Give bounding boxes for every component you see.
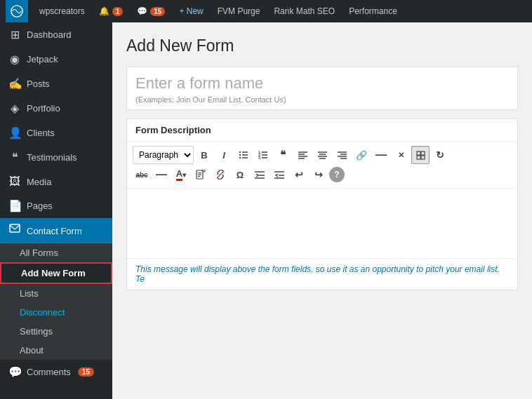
disconnect-label: Disconnect bbox=[20, 307, 65, 318]
add-new-form-label: Add New Form bbox=[21, 268, 86, 278]
unordered-list-button[interactable] bbox=[234, 146, 253, 164]
toolbar-row-2: abc — A ▾ Ω bbox=[133, 165, 512, 184]
pages-icon: 📄 bbox=[8, 199, 21, 212]
svg-rect-27 bbox=[421, 151, 425, 155]
sidebar-item-contact-form[interactable]: Contact Form bbox=[0, 218, 112, 243]
content-area: Add New Form (Examples: Join Our Email L… bbox=[112, 22, 532, 399]
sidebar-label-media: Media bbox=[27, 177, 51, 187]
sidebar-item-comments[interactable]: 💬 Comments 15 bbox=[0, 360, 112, 384]
sidebar-item-dashboard[interactable]: ⊞ Dashboard bbox=[0, 22, 112, 47]
comments-icon: 💬 bbox=[8, 365, 21, 379]
paste-from-word-button[interactable] bbox=[192, 165, 210, 184]
media-icon: 🖼 bbox=[8, 175, 21, 188]
about-label: About bbox=[20, 345, 44, 356]
sidebar-item-pages[interactable]: 📄 Pages bbox=[0, 194, 112, 218]
svg-point-4 bbox=[239, 154, 241, 156]
portfolio-icon: ◈ bbox=[8, 102, 21, 115]
form-name-hint: (Examples: Join Our Email List, Contact … bbox=[127, 95, 517, 109]
blockquote-button[interactable]: ❝ bbox=[274, 146, 292, 164]
text-color-button[interactable]: A ▾ bbox=[172, 165, 190, 184]
svg-rect-33 bbox=[198, 176, 200, 177]
sidebar-label-portfolio: Portfolio bbox=[27, 103, 60, 114]
sidebar-submenu-add-new-form[interactable]: Add New Form bbox=[0, 262, 112, 284]
fvm-purge[interactable]: FVM Purge bbox=[212, 0, 266, 22]
undo-button[interactable]: ↩ bbox=[290, 165, 308, 184]
jetpack-icon: ◉ bbox=[8, 53, 21, 66]
align-center-button[interactable] bbox=[313, 146, 331, 164]
sidebar-label-posts: Posts bbox=[27, 79, 50, 89]
indent-button[interactable] bbox=[251, 165, 269, 184]
dashboard-icon: ⊞ bbox=[8, 28, 21, 41]
sidebar-item-media[interactable]: 🖼 Media bbox=[0, 170, 112, 194]
svg-rect-28 bbox=[417, 156, 420, 159]
sidebar-submenu-settings[interactable]: Settings bbox=[0, 322, 112, 341]
sidebar-submenu-disconnect[interactable]: Disconnect bbox=[0, 303, 112, 322]
form-name-input[interactable] bbox=[127, 67, 517, 95]
svg-rect-26 bbox=[417, 151, 420, 155]
admin-bar: wpscreators 🔔 1 💬 15 + New FVM Purge Ran… bbox=[0, 0, 532, 22]
testimonials-icon: ❝ bbox=[8, 151, 21, 164]
svg-rect-29 bbox=[421, 156, 425, 159]
settings-label: Settings bbox=[20, 326, 53, 337]
description-label: Form Description bbox=[135, 125, 211, 135]
site-name[interactable]: wpscreators bbox=[34, 0, 91, 22]
editor-toolbar: Paragraph Heading 1 Heading 2 B I 1.2.3.… bbox=[127, 142, 517, 184]
paragraph-select[interactable]: Paragraph Heading 1 Heading 2 bbox=[133, 146, 194, 164]
description-hint: This message will display above the form… bbox=[127, 258, 517, 290]
sidebar: ⊞ Dashboard ◉ Jetpack ✍ Posts ◈ Portfoli… bbox=[0, 22, 112, 399]
rank-math[interactable]: Rank Math SEO bbox=[268, 0, 340, 22]
sidebar-item-posts[interactable]: ✍ Posts bbox=[0, 72, 112, 96]
sidebar-label-comments: Comments bbox=[27, 367, 71, 377]
toolbar-row-1: Paragraph Heading 1 Heading 2 B I 1.2.3.… bbox=[133, 146, 512, 164]
svg-text:3.: 3. bbox=[258, 156, 262, 160]
sidebar-item-testimonials[interactable]: ❝ Testimonials bbox=[0, 145, 112, 170]
bold-button[interactable]: B bbox=[195, 146, 213, 164]
fullscreen-button[interactable] bbox=[411, 146, 430, 164]
link-button[interactable]: 🔗 bbox=[352, 146, 371, 164]
refresh-button[interactable]: ↻ bbox=[431, 146, 449, 164]
svg-point-2 bbox=[239, 151, 241, 153]
outdent-button[interactable] bbox=[270, 165, 288, 184]
sidebar-submenu-all-forms[interactable]: All Forms bbox=[0, 243, 112, 262]
help-button[interactable]: ? bbox=[329, 167, 345, 182]
omega-button[interactable]: Ω bbox=[231, 165, 249, 184]
sidebar-label-jetpack: Jetpack bbox=[27, 54, 58, 65]
contact-form-submenu: All Forms Add New Form Lists Disconnect … bbox=[0, 243, 112, 360]
svg-point-6 bbox=[239, 157, 241, 158]
strikethrough-button[interactable]: abc bbox=[133, 165, 151, 184]
page-title: Add New Form bbox=[126, 36, 518, 55]
sidebar-item-jetpack[interactable]: ◉ Jetpack bbox=[0, 47, 112, 72]
description-header: Form Description bbox=[127, 119, 517, 142]
close-button[interactable]: ✕ bbox=[392, 146, 410, 164]
align-left-button[interactable] bbox=[293, 146, 312, 164]
svg-rect-31 bbox=[198, 173, 201, 173]
sidebar-submenu-about[interactable]: About bbox=[0, 341, 112, 360]
comments-notif[interactable]: 💬 15 bbox=[131, 0, 171, 22]
italic-button[interactable]: I bbox=[215, 146, 233, 164]
hr-button[interactable]: — bbox=[372, 146, 390, 164]
align-right-button[interactable] bbox=[333, 146, 351, 164]
sidebar-label-testimonials: Testimonials bbox=[27, 152, 77, 163]
wp-logo[interactable] bbox=[6, 0, 28, 22]
description-box: Form Description Paragraph Heading 1 Hea… bbox=[126, 119, 518, 290]
performance[interactable]: Performance bbox=[343, 0, 403, 22]
clients-icon: 👤 bbox=[8, 126, 21, 140]
posts-icon: ✍ bbox=[8, 77, 21, 90]
remove-link-button[interactable] bbox=[211, 165, 230, 184]
dash-button[interactable]: — bbox=[152, 165, 171, 184]
new-button[interactable]: + New bbox=[173, 0, 208, 22]
ordered-list-button[interactable]: 1.2.3. bbox=[254, 146, 272, 164]
sidebar-label-clients: Clients bbox=[27, 128, 55, 138]
svg-rect-32 bbox=[198, 175, 201, 175]
svg-rect-1 bbox=[10, 224, 20, 232]
sidebar-item-clients[interactable]: 👤 Clients bbox=[0, 121, 112, 145]
sidebar-label-pages: Pages bbox=[27, 201, 53, 211]
sidebar-submenu-lists[interactable]: Lists bbox=[0, 284, 112, 303]
sidebar-label-dashboard: Dashboard bbox=[27, 29, 72, 40]
comments-badge: 15 bbox=[78, 367, 94, 377]
contact-form-icon bbox=[8, 224, 21, 238]
redo-button[interactable]: ↪ bbox=[310, 165, 328, 184]
notifications[interactable]: 🔔 1 bbox=[93, 0, 129, 22]
sidebar-item-portfolio[interactable]: ◈ Portfolio bbox=[0, 96, 112, 121]
editor-body[interactable] bbox=[127, 188, 517, 258]
